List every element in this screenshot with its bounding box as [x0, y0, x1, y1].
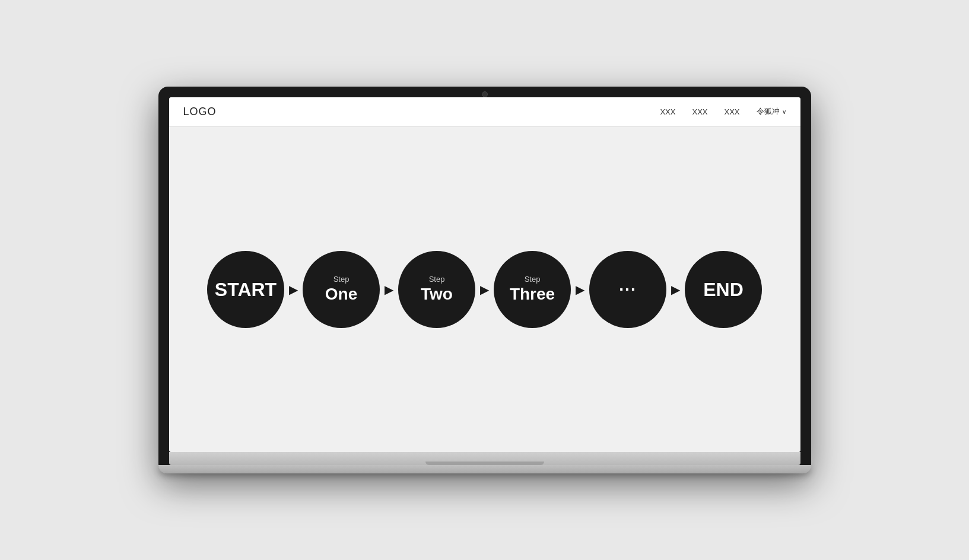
nav-link-3[interactable]: XXX	[724, 107, 739, 116]
step-one-node[interactable]: Step One	[303, 251, 380, 328]
arrow-2: ▶	[385, 282, 393, 297]
chevron-down-icon: ∨	[782, 109, 786, 115]
laptop-base	[169, 452, 800, 465]
step-three-label-top: Step	[525, 275, 541, 284]
nav-link-1[interactable]: XXX	[660, 107, 675, 116]
screen: LOGO XXX XXX XXX 令狐冲 ∨ START ▶	[169, 97, 800, 453]
dots-label: ···	[619, 279, 636, 300]
laptop-frame: LOGO XXX XXX XXX 令狐冲 ∨ START ▶	[158, 87, 811, 474]
arrow-4: ▶	[576, 282, 584, 297]
start-node[interactable]: START	[207, 251, 284, 328]
main-content: START ▶ Step One ▶ Step Two ▶	[169, 127, 800, 453]
navbar: LOGO XXX XXX XXX 令狐冲 ∨	[169, 97, 800, 127]
step-one-label-top: Step	[333, 275, 350, 284]
step-two-node[interactable]: Step Two	[398, 251, 475, 328]
end-label: END	[703, 278, 744, 301]
nav-links: XXX XXX XXX 令狐冲 ∨	[660, 106, 786, 117]
arrow-3: ▶	[480, 282, 489, 297]
step-one-label-main: One	[325, 284, 357, 304]
nav-link-2[interactable]: XXX	[692, 107, 707, 116]
user-name: 令狐冲	[757, 106, 780, 117]
step-two-label-top: Step	[429, 275, 445, 284]
arrow-1: ▶	[289, 282, 298, 297]
end-node[interactable]: END	[685, 251, 762, 328]
user-menu[interactable]: 令狐冲 ∨	[757, 106, 786, 117]
arrow-5: ▶	[671, 282, 680, 297]
step-two-label-main: Two	[421, 284, 453, 304]
camera-icon	[482, 91, 488, 97]
step-three-node[interactable]: Step Three	[494, 251, 571, 328]
step-three-label-main: Three	[510, 284, 555, 304]
start-label: START	[215, 278, 277, 301]
dots-node[interactable]: ···	[589, 251, 666, 328]
laptop-stand	[158, 465, 811, 473]
flow-diagram: START ▶ Step One ▶ Step Two ▶	[207, 251, 762, 328]
logo: LOGO	[183, 106, 217, 118]
